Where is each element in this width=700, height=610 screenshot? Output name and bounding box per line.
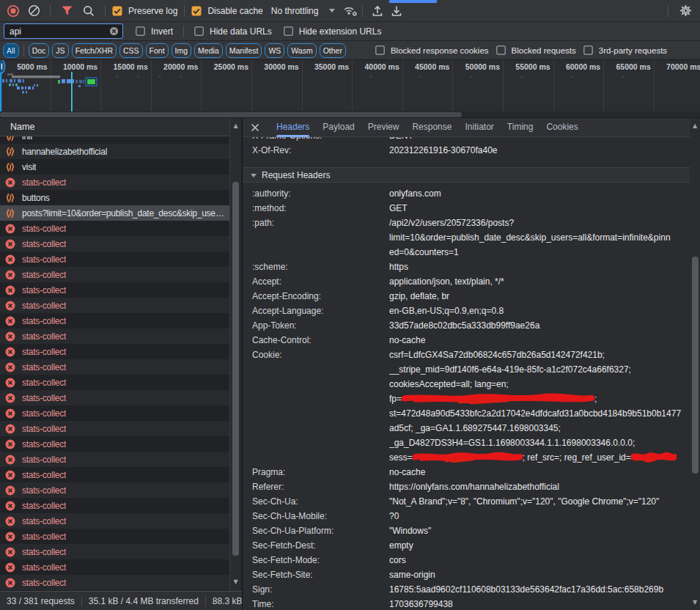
request-row[interactable]: init: [0, 136, 229, 144]
details-scrollbar[interactable]: ▲ ▼: [690, 118, 700, 610]
request-row[interactable]: posts?limit=10&order=publish_date_desc&s…: [0, 205, 229, 221]
blocked-requests-checkbox[interactable]: Blocked requests: [496, 45, 576, 55]
tab-payload[interactable]: Payload: [316, 118, 361, 137]
name-column-label: Name: [10, 122, 34, 132]
request-name: stats-collect: [22, 424, 66, 434]
request-row[interactable]: stats-collect: [0, 359, 229, 375]
type-pill-js[interactable]: JS: [52, 43, 68, 58]
section-title: Request Headers: [262, 168, 330, 183]
request-row[interactable]: stats-collect: [0, 405, 229, 421]
request-row[interactable]: stats-collect: [0, 267, 229, 282]
3rd-party-requests-checkbox[interactable]: 3rd-party requests: [583, 45, 667, 55]
header-value: cors: [389, 553, 686, 567]
request-row[interactable]: stats-collect: [0, 298, 229, 313]
invert-checkbox[interactable]: Invert: [136, 26, 173, 37]
request-row[interactable]: stats-collect: [0, 498, 229, 513]
request-name: stats-collect: [22, 547, 66, 557]
type-pill-doc[interactable]: Doc: [29, 43, 50, 58]
clear-filter-icon[interactable]: [109, 26, 119, 36]
request-row[interactable]: buttons: [0, 190, 229, 205]
tab-headers[interactable]: Headers: [270, 118, 316, 137]
scroll-up-icon[interactable]: ▲: [230, 122, 241, 129]
blocked-response-cookies-checkbox[interactable]: Blocked response cookies: [375, 45, 489, 55]
section-request-headers[interactable]: Request Headers: [243, 167, 690, 183]
type-pill-fetch-xhr[interactable]: Fetch/XHR: [72, 43, 117, 58]
header-row: :scheme:https: [243, 260, 690, 274]
request-row[interactable]: hannahelizabethofficial: [0, 144, 229, 159]
request-row[interactable]: stats-collect: [0, 575, 229, 590]
request-row[interactable]: stats-collect: [0, 221, 229, 236]
failed-request-icon: [5, 424, 15, 434]
request-row[interactable]: stats-collect: [0, 544, 229, 559]
request-row[interactable]: stats-collect: [0, 251, 229, 267]
import-har-button[interactable]: [387, 5, 406, 17]
tab-cookies[interactable]: Cookies: [539, 118, 584, 137]
failed-request-icon: [5, 393, 15, 403]
request-row[interactable]: stats-collect: [0, 344, 229, 359]
request-row[interactable]: stats-collect: [0, 452, 229, 467]
search-button[interactable]: [79, 5, 98, 17]
scroll-down-icon[interactable]: ▼: [690, 599, 700, 606]
divider: [668, 5, 668, 17]
tab-timing[interactable]: Timing: [501, 118, 540, 137]
name-column-header[interactable]: Name: [0, 118, 241, 136]
close-details-button[interactable]: [245, 118, 265, 137]
throttling-select[interactable]: No throttling: [271, 6, 336, 16]
preserve-log-checkbox[interactable]: Preserve log: [112, 6, 177, 16]
request-row[interactable]: stats-collect: [0, 529, 229, 544]
request-row[interactable]: stats-collect: [0, 313, 229, 328]
tab-initiator[interactable]: Initiator: [458, 118, 500, 137]
header-row: :path:/api2/v2/users/20572336/posts?limi…: [243, 216, 690, 260]
request-row[interactable]: stats-collect: [0, 236, 229, 251]
scrollbar-thumb[interactable]: [692, 257, 699, 474]
request-row[interactable]: stats-collect: [0, 559, 229, 575]
scroll-down-icon[interactable]: ▼: [230, 578, 241, 585]
request-row[interactable]: stats-collect: [0, 174, 229, 190]
disable-cache-checkbox[interactable]: Disable cache: [191, 6, 262, 16]
hide-data-urls-checkbox[interactable]: Hide data URLs: [194, 26, 272, 37]
settings-button[interactable]: [675, 4, 696, 17]
header-row: Sec-Ch-Ua-Mobile:?0: [243, 509, 690, 523]
type-pill-img[interactable]: Img: [172, 43, 192, 58]
checked-checkbox-icon: [112, 6, 122, 16]
header-name: X-Of-Rev:: [243, 143, 389, 158]
request-row[interactable]: stats-collect: [0, 482, 229, 498]
type-pill-other[interactable]: Other: [320, 43, 346, 58]
type-pill-wasm[interactable]: Wasm: [287, 43, 316, 58]
header-value: 202312261916-30670fa40e: [389, 143, 686, 158]
network-overview[interactable]: 5000 ms10000 ms15000 ms20000 ms25000 ms3…: [0, 60, 700, 111]
request-row[interactable]: stats-collect: [0, 421, 229, 436]
filter-input[interactable]: api: [4, 23, 123, 39]
request-list-scrollbar[interactable]: ▲ ▼: [229, 118, 241, 591]
request-row[interactable]: stats-collect: [0, 328, 229, 344]
request-row[interactable]: stats-collect: [0, 282, 229, 298]
type-pill-all[interactable]: All: [3, 43, 19, 58]
request-row[interactable]: stats-collect: [0, 375, 229, 390]
type-pill-manifest[interactable]: Manifest: [226, 43, 262, 58]
type-pill-media[interactable]: Media: [194, 43, 223, 58]
scroll-up-icon[interactable]: ▲: [690, 122, 700, 129]
type-pill-font[interactable]: Font: [146, 43, 169, 58]
clear-button[interactable]: [24, 4, 43, 17]
request-row[interactable]: visit: [0, 159, 229, 174]
network-conditions-button[interactable]: [342, 5, 357, 17]
type-pill-ws[interactable]: WS: [265, 43, 284, 58]
header-row: :method:GET: [243, 201, 690, 216]
request-row[interactable]: stats-collect: [0, 390, 229, 405]
scrollbar-thumb[interactable]: [0, 112, 462, 117]
hide-extension-urls-checkbox[interactable]: Hide extension URLs: [284, 26, 382, 37]
export-har-button[interactable]: [368, 5, 387, 17]
tab-response[interactable]: Response: [405, 118, 458, 137]
header-row: Sec-Ch-Ua-Platform:"Windows": [243, 523, 690, 538]
header-value: /api2/v2/users/20572336/posts?limit=10&o…: [389, 216, 686, 260]
type-pill-css[interactable]: CSS: [119, 43, 143, 58]
record-stop-button[interactable]: [2, 4, 24, 18]
checked-checkbox-icon: [191, 6, 202, 16]
request-row[interactable]: stats-collect: [0, 513, 229, 529]
request-row[interactable]: stats-collect: [0, 467, 229, 482]
tab-preview[interactable]: Preview: [361, 118, 406, 137]
scrollbar-thumb[interactable]: [232, 182, 239, 556]
overview-horizontal-scrollbar[interactable]: [0, 111, 700, 118]
request-row[interactable]: stats-collect: [0, 436, 229, 452]
filter-toggle-button[interactable]: [57, 6, 76, 15]
